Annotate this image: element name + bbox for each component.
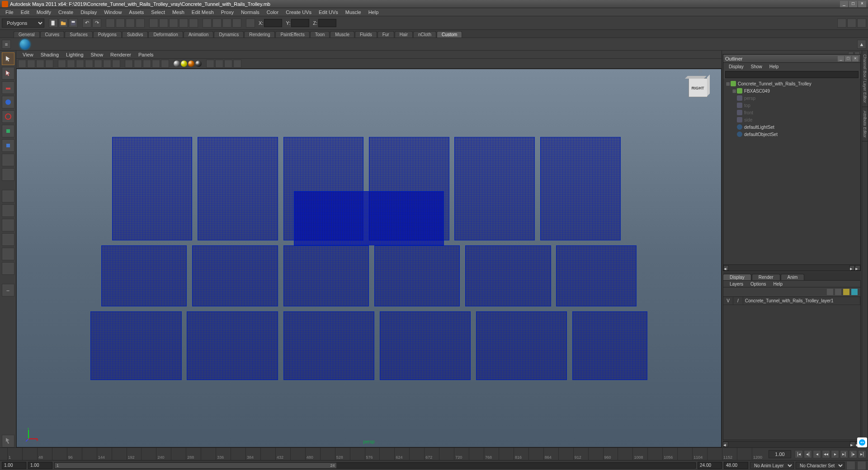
range-end-field[interactable] (724, 462, 748, 469)
expand-icon[interactable]: ⊞ (732, 89, 737, 94)
outliner-tree[interactable]: ⊞Concrete_Tunnel_with_Rails_Trolley⊞FBXA… (723, 79, 860, 264)
vt-light-all[interactable] (181, 61, 187, 67)
construction-history-button[interactable] (203, 19, 212, 28)
outliner-search[interactable] (725, 71, 859, 78)
step-forward-key-button[interactable]: |▸ (849, 450, 857, 458)
layer-menu-layers[interactable]: Layers (726, 282, 747, 287)
vt-smooth-shade[interactable] (134, 60, 142, 68)
vt-select-camera[interactable] (18, 60, 26, 68)
redo-button[interactable]: ↷ (92, 19, 101, 28)
layer-display-type[interactable]: / (733, 297, 743, 305)
teamviewer-icon[interactable] (857, 437, 867, 447)
range-start-field[interactable] (2, 462, 26, 469)
go-end-button[interactable]: ▸| (858, 450, 866, 458)
vt-image-plane[interactable] (45, 60, 53, 68)
paint-select-tool[interactable] (2, 81, 14, 94)
shelf-tab-curves[interactable]: Curves (40, 31, 65, 38)
show-manip-tool[interactable] (2, 168, 14, 181)
go-start-button[interactable]: |◂ (795, 450, 803, 458)
layer-name[interactable]: Concrete_Tunnel_with_Rails_Trolley_layer… (743, 297, 860, 305)
character-set-select[interactable]: No Character Set (796, 462, 844, 469)
anim-layer-select[interactable]: No Anim Layer (750, 462, 794, 469)
outliner-node[interactable]: persp (724, 94, 859, 102)
layer-list[interactable]: V/Concrete_Tunnel_with_Rails_Trolley_lay… (723, 296, 861, 440)
view-menu-renderer[interactable]: Renderer (107, 52, 135, 57)
layer-tab-anim[interactable]: Anim (781, 274, 805, 280)
sidebar-toggle-2[interactable] (847, 19, 856, 28)
step-back-button[interactable]: ◂ (813, 450, 821, 458)
play-back-button[interactable]: ◂◂ (822, 450, 830, 458)
viewcube-face[interactable]: RIGHT (689, 78, 708, 97)
input-line-toggle[interactable] (246, 19, 255, 28)
expand-icon[interactable]: ⊞ (726, 81, 731, 86)
menu-create[interactable]: Create (55, 9, 77, 15)
rotate-tool[interactable] (2, 110, 14, 123)
render-button[interactable] (212, 19, 222, 28)
outliner-minimize[interactable]: _ (838, 56, 844, 61)
shelf-tab-muscle[interactable]: Muscle (330, 31, 354, 38)
sidebar-toggle-3[interactable] (857, 19, 866, 28)
vt-field-chart[interactable] (94, 60, 102, 68)
menu-display[interactable]: Display (77, 9, 100, 15)
shelf-tab-ncloth[interactable]: nCloth (413, 31, 436, 38)
auto-keyframe-toggle[interactable] (846, 461, 855, 470)
layer-new-empty-icon[interactable] (835, 289, 841, 295)
two-pane-side-layout[interactable] (2, 219, 14, 231)
x-field[interactable] (264, 19, 282, 27)
viewport[interactable]: ⌂ RIGHT Y X persp (16, 69, 722, 447)
layer-row[interactable]: V/Concrete_Tunnel_with_Rails_Trolley_lay… (723, 297, 860, 305)
two-pane-stack-layout[interactable] (2, 233, 14, 246)
prefs-button[interactable] (857, 461, 866, 470)
vt-resolution-gate[interactable] (76, 60, 84, 68)
vt-xray[interactable] (215, 60, 223, 68)
shelf-tab-painteffects[interactable]: PaintEffects (275, 31, 309, 38)
view-menu-panels[interactable]: Panels (135, 52, 157, 57)
menu-edit-uvs[interactable]: Edit UVs (315, 9, 342, 15)
single-pane-layout[interactable] (2, 190, 14, 202)
shelf-tab-deformation[interactable]: Deformation (148, 31, 183, 38)
close-button[interactable]: × (858, 1, 866, 7)
vt-textured[interactable] (143, 60, 151, 68)
shelf-tab-subdivs[interactable]: Subdivs (122, 31, 148, 38)
sidebar-toggle-1[interactable] (837, 19, 846, 28)
outliner-hscroll[interactable]: ◂ ▸ ▸ (723, 264, 860, 271)
shelf-tab-toon[interactable]: Toon (310, 31, 330, 38)
shelf-menu-button[interactable]: ≡ (2, 40, 11, 49)
layer-menu-options[interactable]: Options (747, 282, 769, 287)
vt-wireframe[interactable] (125, 60, 133, 68)
outliner-node[interactable]: defaultObjectSet (724, 131, 859, 138)
minimize-button[interactable]: _ (840, 1, 848, 7)
vt-light-flat[interactable] (195, 61, 202, 67)
select-by-component-button[interactable] (126, 19, 135, 28)
menu-proxy[interactable]: Proxy (217, 9, 237, 15)
channel-box-tab[interactable]: Channel Box / Layer Editor (862, 51, 868, 107)
open-scene-button[interactable] (59, 19, 68, 28)
menu-assets[interactable]: Assets (125, 9, 147, 15)
mode-selector[interactable]: Polygons (2, 19, 44, 28)
vt-isolate[interactable] (206, 60, 214, 68)
outliner-node[interactable]: ⊞Concrete_Tunnel_with_Rails_Trolley (724, 80, 859, 87)
layer-visibility-toggle[interactable]: V (723, 297, 733, 305)
vt-use-all-lights[interactable] (152, 60, 160, 68)
shelf-scroll-up[interactable]: ▲ (857, 40, 866, 49)
menu-muscle[interactable]: Muscle (342, 9, 365, 15)
persp-outliner-layout[interactable] (2, 262, 14, 275)
outliner-node[interactable]: ⊞FBXASC049 (724, 87, 859, 94)
maximize-button[interactable]: □ (849, 1, 857, 7)
soft-mod-tool[interactable] (2, 154, 14, 166)
snap-plane-button[interactable] (179, 19, 188, 28)
layer-menu-help[interactable]: Help (769, 282, 786, 287)
outliner-node[interactable]: front (724, 109, 859, 116)
shelf-tab-general[interactable]: General (14, 31, 40, 38)
menu-edit-mesh[interactable]: Edit Mesh (188, 9, 217, 15)
lscroll-left[interactable]: ◂ (723, 442, 728, 447)
current-frame-field[interactable] (769, 450, 791, 458)
outliner-menu-display[interactable]: Display (725, 64, 747, 69)
viewcube[interactable]: ⌂ RIGHT (685, 75, 710, 102)
outliner-node[interactable]: side (724, 116, 859, 123)
playback-start-field[interactable] (28, 462, 52, 469)
menu-help[interactable]: Help (365, 9, 382, 15)
shelf-tab-fur[interactable]: Fur (377, 31, 394, 38)
outliner-node[interactable]: defaultLightSet (724, 123, 859, 131)
range-bar[interactable]: 1 24 (54, 462, 696, 469)
